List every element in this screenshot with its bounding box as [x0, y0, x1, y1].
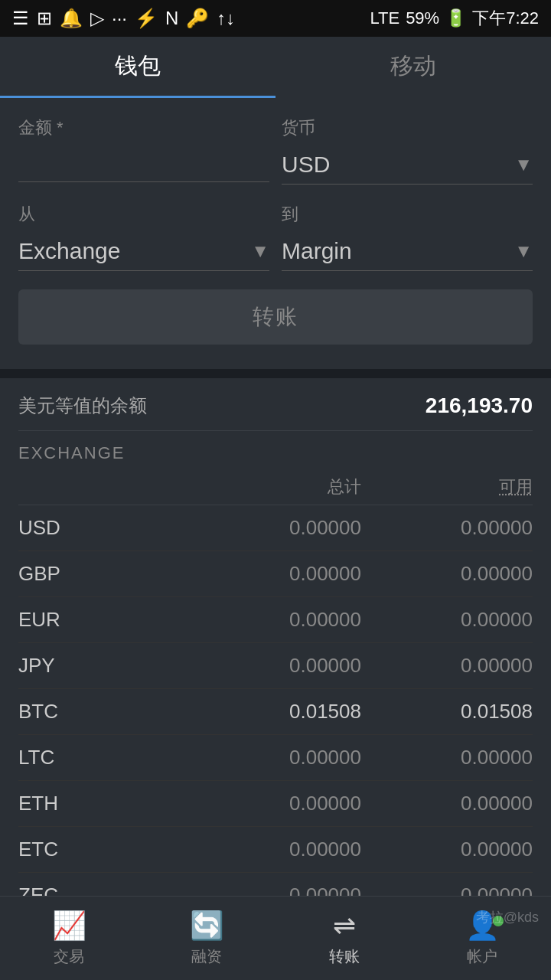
nav-label-finance: 融资 [191, 946, 222, 967]
amount-field-group: 金额 * [18, 116, 269, 185]
row-available-1: 0.00000 [361, 562, 533, 586]
table-row: JPY 0.00000 0.00000 [18, 643, 533, 689]
amount-label: 金额 * [18, 116, 269, 139]
from-field-group: 从 Exchange ▼ [18, 203, 269, 271]
status-bar: ☰ ⊞ 🔔 ▷ ··· ⚡ N 🔑 ↑↓ LTE 59% 🔋 下午7:22 [0, 0, 551, 37]
nav-item-trade[interactable]: 📈 交易 [0, 910, 138, 967]
table-header: 总计 可用 [18, 469, 533, 505]
row-total-7: 0.00000 [190, 838, 361, 861]
battery-text: 59% [406, 8, 439, 28]
nav-label-transfer: 转账 [329, 946, 360, 967]
transfer-icon: ⇌ [333, 910, 356, 942]
bell-icon: 🔔 [60, 8, 83, 29]
table-row: LTC 0.00000 0.00000 [18, 735, 533, 781]
transfer-form: 金额 * 货币 USD ▼ 从 Exchange ▼ 到 Margin ▼ [0, 98, 551, 369]
status-icons: ☰ ⊞ 🔔 ▷ ··· ⚡ N 🔑 ↑↓ [12, 8, 235, 29]
main-tab-bar: 钱包 移动 [0, 37, 551, 98]
row-available-5: 0.00000 [361, 746, 533, 769]
menu-icon: ☰ [12, 8, 29, 29]
nav-label-trade: 交易 [54, 946, 84, 967]
exchange-icon: ⊞ [37, 8, 52, 29]
table-row: USD 0.00000 0.00000 [18, 505, 533, 551]
row-total-6: 0.00000 [190, 792, 361, 815]
row-total-5: 0.00000 [190, 746, 361, 769]
row-currency-0: USD [18, 516, 190, 540]
to-dropdown[interactable]: Margin ▼ [282, 232, 533, 271]
currency-chevron-icon: ▼ [514, 154, 533, 175]
row-currency-3: JPY [18, 654, 190, 678]
status-right-icons: LTE 59% 🔋 下午7:22 [370, 7, 539, 30]
from-dropdown[interactable]: Exchange ▼ [18, 232, 269, 271]
row-total-2: 0.00000 [190, 608, 361, 632]
from-label: 从 [18, 203, 269, 226]
amount-currency-row: 金额 * 货币 USD ▼ [18, 116, 533, 185]
balance-header: 美元等值的余额 216,193.70 [18, 394, 533, 431]
header-total: 总计 [190, 475, 361, 498]
row-currency-5: LTC [18, 746, 190, 769]
table-row: GBP 0.00000 0.00000 [18, 551, 533, 597]
row-currency-1: GBP [18, 562, 190, 586]
table-row: ETH 0.00000 0.00000 [18, 781, 533, 827]
row-currency-7: ETC [18, 838, 190, 861]
row-currency-2: EUR [18, 608, 190, 632]
table-row: EUR 0.00000 0.00000 [18, 597, 533, 643]
bottom-nav: 📈 交易 🔄 融资 ⇌ 转账 👤 帐户 [0, 896, 551, 980]
header-currency [18, 475, 190, 498]
dots-icon: ··· [112, 8, 127, 29]
balance-value: 216,193.70 [425, 394, 533, 418]
from-to-row: 从 Exchange ▼ 到 Margin ▼ [18, 203, 533, 271]
table-row: ETC 0.00000 0.00000 [18, 827, 533, 873]
to-value: Margin [282, 238, 352, 264]
bluetooth-icon: ⚡ [135, 8, 158, 29]
battery-icon: 🔋 [445, 8, 466, 28]
row-available-0: 0.00000 [361, 516, 533, 540]
tab-move[interactable]: 移动 [276, 37, 551, 98]
transfer-button-wrap: 转账 [18, 289, 533, 345]
lte-badge: LTE [370, 8, 399, 28]
currency-dropdown[interactable]: USD ▼ [282, 145, 533, 185]
transfer-button[interactable]: 转账 [18, 289, 533, 345]
nav-item-transfer[interactable]: ⇌ 转账 [276, 910, 413, 967]
tab-wallet[interactable]: 钱包 [0, 37, 276, 98]
row-total-1: 0.00000 [190, 562, 361, 586]
balance-label: 美元等值的余额 [18, 394, 147, 418]
row-currency-6: ETH [18, 792, 190, 815]
balance-section: 美元等值的余额 216,193.70 [0, 378, 551, 431]
to-chevron-icon: ▼ [514, 240, 533, 262]
finance-icon: 🔄 [190, 910, 224, 942]
section-divider [0, 369, 551, 378]
currency-label: 货币 [282, 116, 533, 139]
row-available-7: 0.00000 [361, 838, 533, 861]
signal-icon: ↑↓ [217, 8, 235, 29]
key-icon: 🔑 [186, 8, 209, 29]
row-total-3: 0.00000 [190, 654, 361, 678]
from-chevron-icon: ▼ [251, 240, 269, 262]
row-total-4: 0.01508 [190, 700, 361, 724]
table-row: BTC 0.01508 0.01508 [18, 689, 533, 735]
nav-item-finance[interactable]: 🔄 融资 [138, 910, 276, 967]
amount-input[interactable] [18, 145, 269, 182]
to-label: 到 [282, 203, 533, 226]
time-display: 下午7:22 [472, 7, 539, 30]
nav-label-account: 帐户 [467, 946, 497, 967]
from-value: Exchange [18, 238, 120, 264]
row-available-3: 0.00000 [361, 654, 533, 678]
to-field-group: 到 Margin ▼ [282, 203, 533, 271]
trade-icon: 📈 [52, 910, 86, 942]
send-icon: ▷ [90, 8, 104, 29]
currency-field-group: 货币 USD ▼ [282, 116, 533, 185]
watermark: 考拉@kds [476, 908, 539, 926]
nfc-icon: N [165, 8, 178, 29]
row-available-4: 0.01508 [361, 700, 533, 724]
currency-value: USD [282, 152, 330, 178]
row-total-0: 0.00000 [190, 516, 361, 540]
row-available-2: 0.00000 [361, 608, 533, 632]
exchange-title: EXCHANGE [18, 443, 533, 463]
header-available: 可用 [361, 475, 533, 498]
row-available-6: 0.00000 [361, 792, 533, 815]
row-currency-4: BTC [18, 700, 190, 724]
